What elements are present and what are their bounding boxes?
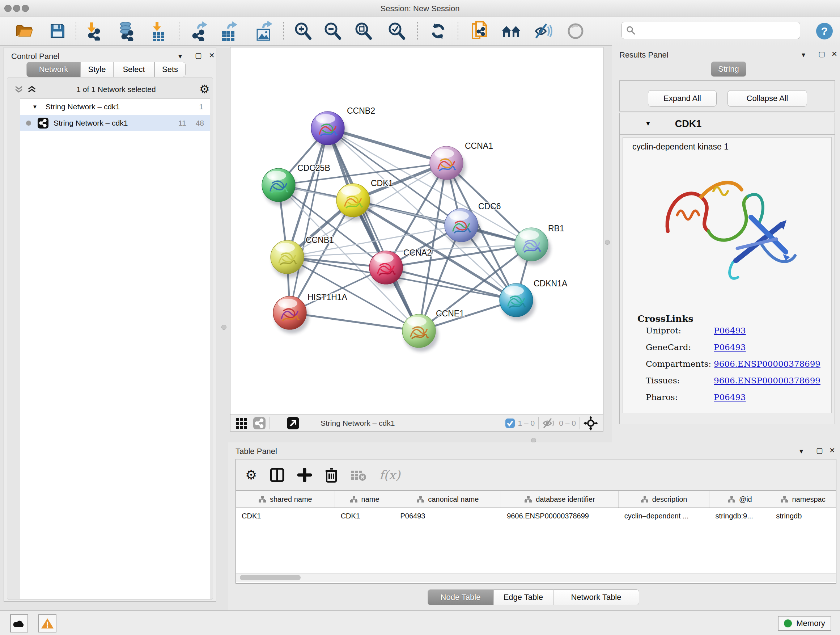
selected-checkbox-icon[interactable] — [505, 418, 515, 428]
table-cell[interactable]: P06493 — [394, 508, 501, 524]
refresh-icon[interactable] — [428, 21, 448, 42]
collapse-triangle-icon[interactable]: ▼ — [32, 103, 38, 110]
tab-string[interactable]: String — [711, 62, 746, 77]
cloud-button[interactable] — [10, 614, 28, 632]
import-network-file-icon[interactable] — [83, 21, 104, 42]
panel-menu-icon[interactable]: ▾ — [799, 448, 803, 455]
crosslink-label: Pharos: — [646, 393, 677, 402]
string-network-graph[interactable]: CCNB2CCNA1CDC25BCDK1CDC6RB1CCNB1CCNA2CDK… — [231, 48, 603, 415]
table-cell[interactable]: stringdb:9... — [709, 508, 770, 524]
collapse-all-icon[interactable] — [14, 84, 24, 95]
crosslink-value-link[interactable]: P06493 — [714, 393, 746, 402]
memory-button[interactable]: Memory — [778, 616, 831, 631]
delete-table-icon[interactable] — [350, 469, 367, 481]
expand-all-button[interactable]: Expand All — [648, 90, 717, 107]
scrollbar-thumb[interactable] — [240, 575, 301, 580]
export-table-icon[interactable] — [218, 21, 240, 42]
save-session-icon[interactable] — [47, 21, 68, 42]
open-session-icon[interactable] — [14, 21, 35, 42]
show-columns-icon[interactable] — [270, 468, 284, 482]
column-header-@id[interactable]: @id — [709, 491, 770, 508]
crosslink-value-link[interactable]: 9606.ENSP00000378699 — [714, 359, 821, 369]
zoom-selected-icon[interactable] — [386, 21, 407, 42]
home-pages-icon[interactable] — [501, 21, 522, 42]
clone-network-icon[interactable] — [469, 21, 490, 42]
tab-sets[interactable]: Sets — [155, 62, 186, 77]
panel-close-icon[interactable]: ✕ — [831, 50, 837, 57]
zoom-out-icon[interactable] — [322, 21, 343, 42]
delete-column-trash-icon[interactable] — [325, 467, 338, 483]
import-network-database-icon[interactable] — [115, 21, 136, 42]
add-column-icon[interactable] — [297, 468, 312, 482]
network-edge[interactable] — [290, 128, 328, 313]
tab-node-table[interactable]: Node Table — [428, 589, 493, 605]
panel-float-icon[interactable]: ▢ — [195, 52, 202, 59]
show-preview-icon[interactable] — [565, 21, 586, 42]
panel-float-icon[interactable]: ▢ — [816, 447, 823, 454]
table-cell[interactable]: cyclin–dependent ... — [619, 508, 710, 524]
tab-edge-table[interactable]: Edge Table — [493, 589, 553, 605]
crosslink-label: GeneCard: — [646, 342, 691, 352]
pan-crosshair-icon[interactable] — [584, 416, 598, 431]
zoom-in-icon[interactable] — [292, 21, 313, 42]
network-view-canvas[interactable]: CCNB2CCNA1CDC25BCDK1CDC6RB1CCNB1CCNA2CDK… — [230, 47, 603, 415]
panel-close-icon[interactable]: ✕ — [829, 447, 835, 454]
crosslink-value-link[interactable]: P06493 — [714, 326, 746, 335]
tab-style[interactable]: Style — [81, 62, 113, 77]
table-data-row[interactable]: CDK1CDK1P064939606.ENSP00000378699cyclin… — [236, 508, 836, 524]
search-field[interactable] — [622, 22, 800, 39]
panel-menu-icon[interactable]: ▾ — [178, 52, 182, 60]
gene-section-header[interactable]: ▼ CDK1 — [620, 113, 835, 135]
birdseye-view-icon[interactable] — [253, 417, 266, 430]
column-header-database-identifier[interactable]: database identifier — [501, 491, 619, 508]
network-row[interactable]: String Network – cdk1 11 48 — [20, 115, 210, 131]
left-splitter-handle[interactable] — [221, 325, 226, 330]
grid-view-icon[interactable] — [235, 417, 248, 430]
table-cell[interactable]: 9606.ENSP00000378699 — [501, 508, 619, 524]
column-header-canonical-name[interactable]: canonical name — [394, 491, 501, 508]
crosslink-value-link[interactable]: P06493 — [714, 342, 746, 352]
network-collection-row[interactable]: ▼ String Network – cdk1 1 — [20, 98, 210, 115]
tab-network-table[interactable]: Network Table — [553, 589, 639, 605]
crosslink-value-link[interactable]: 9606.ENSP00000378699 — [714, 376, 821, 385]
tab-select[interactable]: Select — [113, 62, 155, 77]
node-label-CDC6: CDC6 — [478, 202, 501, 211]
hide-selected-icon[interactable] — [533, 21, 554, 42]
collapse-all-button[interactable]: Collapse All — [728, 90, 807, 107]
panel-menu-icon[interactable]: ▾ — [802, 51, 805, 58]
node-label-CCNA1: CCNA1 — [465, 141, 493, 150]
network-edge[interactable] — [290, 313, 419, 331]
control-panel-tabs: NetworkStyleSelectSets — [27, 62, 186, 77]
panel-float-icon[interactable]: ▢ — [818, 50, 825, 57]
network-node-CDK1[interactable]: CDK1 — [336, 179, 393, 217]
warning-button[interactable] — [38, 614, 57, 632]
table-cell[interactable]: CDK1 — [236, 508, 335, 524]
right-splitter-handle[interactable] — [605, 240, 610, 245]
network-options-gear-icon[interactable]: ⚙ — [199, 82, 210, 96]
column-header-shared-name[interactable]: shared name — [236, 491, 335, 508]
help-icon[interactable]: ? — [814, 21, 835, 42]
zoom-fit-icon[interactable] — [353, 21, 374, 42]
table-cell[interactable]: CDK1 — [335, 508, 395, 524]
namespace-icon — [641, 496, 649, 503]
search-input[interactable] — [636, 26, 793, 35]
network-node-RB1[interactable]: RB1 — [515, 224, 564, 261]
table-settings-gear-icon[interactable]: ⚙ — [245, 467, 257, 483]
collapse-triangle-icon[interactable]: ▼ — [645, 120, 651, 127]
expand-all-icon[interactable] — [27, 84, 36, 95]
column-header-name[interactable]: name — [335, 491, 395, 508]
network-node-HIST1H1A[interactable]: HIST1H1A — [273, 293, 347, 329]
tab-network[interactable]: Network — [27, 62, 81, 77]
open-in-new-window-icon[interactable] — [286, 417, 300, 430]
gene-symbol: CDK1 — [675, 119, 702, 130]
table-cell[interactable]: stringdb — [770, 508, 836, 524]
export-image-icon[interactable] — [254, 21, 275, 42]
panel-close-icon[interactable]: ✕ — [209, 52, 215, 59]
column-header-description[interactable]: description — [619, 491, 710, 508]
column-header-namespac[interactable]: namespac — [770, 491, 836, 508]
node-label-CCNA2: CCNA2 — [403, 248, 431, 257]
import-table-file-icon[interactable] — [148, 21, 169, 42]
table-horizontal-scrollbar[interactable] — [236, 573, 836, 582]
bottom-splitter-handle[interactable] — [531, 438, 536, 443]
export-network-icon[interactable] — [189, 21, 210, 42]
